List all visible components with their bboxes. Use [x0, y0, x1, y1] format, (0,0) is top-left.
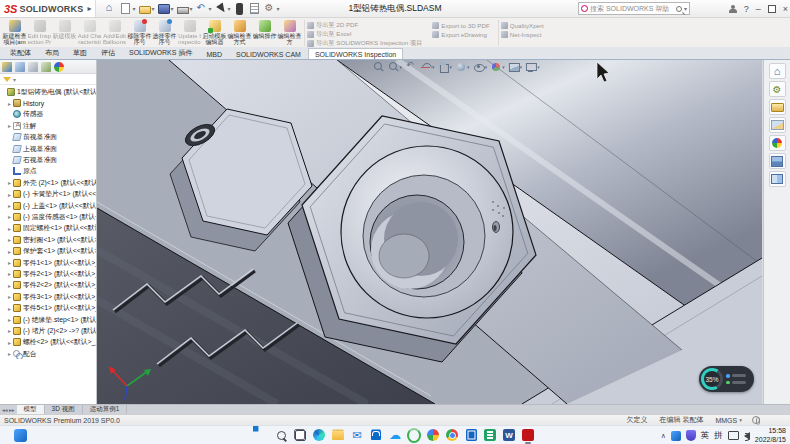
- expand-arrow-icon[interactable]: [6, 213, 13, 220]
- ribbon-button[interactable]: Add Characteristic: [77, 19, 102, 47]
- dropdown-caret-icon[interactable]: ▾: [432, 64, 435, 70]
- status-globe-icon[interactable]: [752, 416, 760, 424]
- document-tab[interactable]: 模型: [17, 405, 45, 414]
- zoom-to-fit[interactable]: [374, 62, 385, 72]
- ribbon-button[interactable]: Update Inspection Project: [177, 19, 202, 47]
- close-button[interactable]: ×: [783, 5, 788, 14]
- tree-row[interactable]: 配合: [0, 348, 96, 359]
- ribbon-button[interactable]: 选择零件序号: [152, 19, 177, 47]
- ribbon-button[interactable]: 新建检查项目(amp;M: [2, 19, 27, 47]
- expand-arrow-icon[interactable]: [6, 202, 13, 209]
- green-ring-app[interactable]: [407, 428, 421, 442]
- tree-row[interactable]: History: [0, 97, 96, 108]
- expand-arrow-icon[interactable]: [6, 100, 13, 107]
- security-shield-icon[interactable]: [686, 430, 696, 441]
- dropdown-caret-icon[interactable]: ▾: [450, 64, 453, 70]
- ribbon-button[interactable]: 启动模板编辑器: [202, 19, 227, 47]
- tree-row[interactable]: 右视基准面: [0, 154, 96, 165]
- hide-show-items[interactable]: ▾: [474, 62, 488, 72]
- qat-button[interactable]: ▾: [177, 4, 193, 14]
- tree-row[interactable]: 零件3<1> (默认<<默认>_显示状态: [0, 291, 96, 302]
- chrome-browser[interactable]: [445, 428, 459, 442]
- filter-funnel-icon[interactable]: [3, 77, 11, 82]
- expand-arrow-icon[interactable]: [6, 122, 13, 129]
- status-item[interactable]: 在编辑 装配体: [660, 415, 706, 425]
- apply-scene[interactable]: ▾: [509, 62, 523, 72]
- search-input[interactable]: 搜索 SOLIDWORKS 帮助: [590, 4, 674, 14]
- ribbon-small-button[interactable]: Net-Inspect: [501, 30, 544, 38]
- restore-button[interactable]: [768, 5, 776, 13]
- qat-button[interactable]: ▾: [139, 3, 155, 14]
- dropdown-caret-icon[interactable]: ▾: [277, 5, 280, 12]
- tree-row[interactable]: 原点: [0, 166, 96, 177]
- qat-button[interactable]: [104, 3, 117, 15]
- command-tab[interactable]: 装配体: [3, 45, 38, 59]
- panel-tab-icon[interactable]: [41, 62, 51, 72]
- filter-caret-icon[interactable]: ▾: [13, 76, 16, 83]
- qat-button[interactable]: ▾: [158, 3, 174, 14]
- command-tab[interactable]: 评估: [94, 45, 122, 59]
- tree-row[interactable]: (-) 堵片 (2)<2> ->? (默认<<默认>: [0, 325, 96, 336]
- dropdown-caret-icon[interactable]: ▾: [485, 64, 488, 70]
- command-tab[interactable]: 布局: [38, 45, 66, 59]
- ribbon-button[interactable]: 编辑操作: [252, 19, 277, 47]
- command-tab[interactable]: SOLIDWORKS 插件: [122, 45, 199, 59]
- panel-tab-icon[interactable]: [54, 62, 64, 72]
- dropdown-caret-icon[interactable]: ▾: [171, 5, 174, 12]
- tree-row[interactable]: 前视基准面: [0, 132, 96, 143]
- expand-arrow-icon[interactable]: [6, 316, 13, 323]
- green-square-app[interactable]: [483, 428, 497, 442]
- tree-row[interactable]: 零件5<1> (默认<<默认>_显示状态: [0, 302, 96, 313]
- graphics-viewport[interactable]: ▾ ▾ ▾ ▾ ▾: [97, 60, 763, 404]
- ime-indicator[interactable]: 拼: [714, 430, 723, 442]
- search-dropdown-icon[interactable]: ▾: [684, 5, 687, 12]
- previous-view[interactable]: [406, 62, 417, 72]
- status-item[interactable]: 欠定义: [627, 415, 650, 425]
- solidworks-forum[interactable]: [769, 171, 786, 187]
- qat-button[interactable]: [249, 3, 261, 14]
- expand-arrow-icon[interactable]: [6, 225, 13, 232]
- expand-arrow-icon[interactable]: [6, 270, 13, 277]
- expand-arrow-icon[interactable]: [6, 293, 13, 300]
- volume-icon[interactable]: [744, 432, 750, 440]
- tree-filter-row[interactable]: ▾: [0, 74, 96, 85]
- display-style[interactable]: ▾: [456, 62, 470, 72]
- expand-arrow-icon[interactable]: [6, 179, 13, 186]
- document-tab[interactable]: 运动算例1: [83, 405, 128, 414]
- tree-row[interactable]: 外壳 (2)<1> (默认<<默认>_显示状: [0, 177, 96, 188]
- dropdown-caret-icon[interactable]: ▾: [502, 64, 505, 70]
- tree-row[interactable]: 螺栓<2> (默认<<默认>_显示状态: [0, 337, 96, 348]
- tree-row[interactable]: 密封圈<1> (默认<<默认>_显示状: [0, 234, 96, 245]
- tree-row[interactable]: 1型铝铸热电偶 (默认<默认_显示状态-1>: [0, 86, 96, 97]
- dropdown-caret-icon[interactable]: ▾: [228, 5, 231, 12]
- view-palette[interactable]: [769, 117, 786, 133]
- view-settings[interactable]: ▾: [526, 62, 540, 72]
- panel-tab-icon[interactable]: [15, 62, 25, 72]
- expand-arrow-icon[interactable]: [6, 350, 13, 357]
- ribbon-small-button[interactable]: 导出至 SOLIDWORKS Inspection 项目: [307, 39, 422, 47]
- ribbon-button[interactable]: 编辑检查方式: [227, 19, 252, 47]
- qat-button[interactable]: ▾: [264, 3, 280, 15]
- solidworks-logo[interactable]: 3S SOLIDWORKS ▸: [0, 0, 96, 17]
- expand-arrow-icon[interactable]: [6, 259, 13, 266]
- qat-button[interactable]: ▾: [120, 3, 135, 14]
- language-indicator[interactable]: 英: [701, 430, 710, 442]
- file-explorer[interactable]: [331, 428, 345, 442]
- qat-button[interactable]: [234, 3, 246, 15]
- document-tab[interactable]: 3D 视图: [45, 405, 83, 414]
- solidworks-app[interactable]: [521, 428, 535, 442]
- help-button[interactable]: ?: [744, 5, 749, 14]
- edit-appearance[interactable]: ▾: [491, 62, 505, 72]
- zoom-to-area[interactable]: ▾: [389, 62, 403, 72]
- command-tab[interactable]: SOLIDWORKS CAM: [229, 48, 308, 59]
- start-button[interactable]: [255, 428, 269, 442]
- tree-row[interactable]: 零件1<1> (默认<<默认>_显示状态: [0, 257, 96, 268]
- search-button[interactable]: [274, 428, 288, 442]
- panel-tab-icon[interactable]: [28, 62, 38, 72]
- microsoft-store[interactable]: [369, 428, 383, 442]
- panel-tab-icon[interactable]: [2, 62, 12, 72]
- ribbon-button[interactable]: 编辑检查方: [277, 19, 302, 47]
- ribbon-button[interactable]: 新建模板: [52, 19, 77, 47]
- command-tab[interactable]: MBD: [199, 48, 229, 59]
- dropdown-caret-icon[interactable]: ▾: [132, 5, 135, 12]
